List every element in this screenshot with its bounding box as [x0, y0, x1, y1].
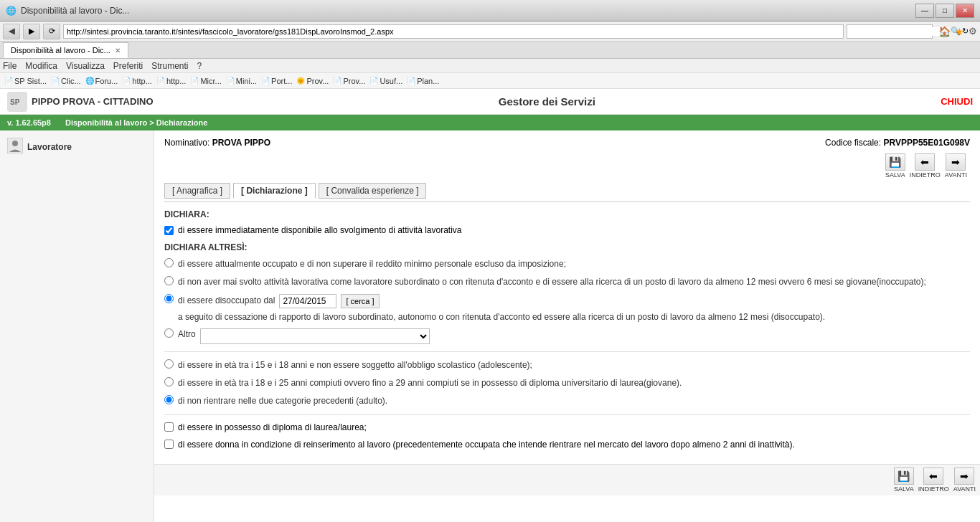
action-buttons-top: 💾 SALVA ⬅ INDIETRO ➡ AVANTI — [164, 153, 970, 179]
settings-icon[interactable]: ⚙ — [969, 26, 977, 37]
fav-sp-icon: 📄 — [4, 77, 13, 85]
fav-usuf-icon: 📄 — [369, 77, 378, 85]
fav-prov1[interactable]: 🌞 Prov... — [296, 77, 329, 85]
fav-forum[interactable]: 🌐 Foru... — [85, 77, 118, 85]
worker-svg-icon — [7, 138, 23, 153]
cf-label: Codice fiscale: — [825, 138, 881, 148]
laurea-checkbox[interactable] — [164, 422, 174, 432]
radio3-inline: di essere disoccupato dal [ cerca ] — [178, 294, 825, 308]
fav-port-icon: 📄 — [261, 77, 270, 85]
fav-plan[interactable]: 📄 Plan... — [407, 77, 439, 85]
fav-http2[interactable]: 📄 http... — [156, 77, 187, 85]
fav-http1[interactable]: 📄 http... — [122, 77, 152, 85]
forward-button-group[interactable]: ➡ AVANTI — [945, 153, 967, 179]
radio-altro[interactable] — [164, 328, 174, 338]
radio-adulto[interactable] — [164, 395, 174, 404]
checkbox-donna-row: di essere donna in condizione di reinser… — [164, 440, 970, 450]
menu-preferiti[interactable]: Preferiti — [113, 61, 143, 71]
radio4-label: Altro — [178, 328, 196, 341]
nominativo-value: PROVA PIPPO — [212, 138, 270, 148]
fav-http2-icon: 📄 — [156, 77, 165, 85]
main-content: Nominativo: PROVA PIPPO Codice fiscale: … — [154, 130, 980, 464]
save-button-group[interactable]: 💾 SALVA — [885, 153, 905, 179]
fav-usuf[interactable]: 📄 Usuf... — [369, 77, 402, 85]
nominativo-label: Nominativo: — [164, 138, 209, 148]
radio-adolescente[interactable] — [164, 359, 174, 369]
person-info: Nominativo: PROVA PIPPO Codice fiscale: … — [164, 138, 970, 148]
tab-dichiarazione[interactable]: [ Dichiarazione ] — [233, 183, 316, 199]
disponibile-checkbox[interactable] — [164, 226, 174, 235]
menu-visualizza[interactable]: Visualizza — [66, 61, 105, 71]
menu-help[interactable]: ? — [197, 61, 202, 71]
chiudi-button[interactable]: CHIUDI — [941, 96, 973, 107]
back-button-bottom[interactable]: ⬅ INDIETRO — [918, 468, 949, 493]
fav-port[interactable]: 📄 Port... — [261, 77, 292, 85]
cerca-button[interactable]: [ cerca ] — [341, 294, 379, 308]
radio3-detail-label: a seguito di cessazione di rapporto di l… — [178, 311, 825, 323]
radio-row-5: di essere in età tra i 15 e i 18 anni e … — [164, 359, 970, 371]
save-label: SALVA — [885, 171, 905, 179]
minimize-button[interactable]: — — [915, 4, 934, 18]
divider-1 — [164, 351, 970, 352]
save-icon: 💾 — [885, 153, 905, 171]
fav-sp[interactable]: 📄 SP Sist... — [4, 77, 47, 85]
maximize-button[interactable]: □ — [936, 4, 954, 18]
refresh-button[interactable]: ⟳ — [43, 24, 60, 39]
back-button[interactable]: ◀ — [3, 24, 20, 39]
app-logo: SP PIPPO PROVA - CITTADINO — [7, 92, 154, 112]
radio-giovane[interactable] — [164, 377, 174, 386]
dichiara-checkbox-row: di essere immediatamente disponibile all… — [164, 225, 970, 235]
browser-icon: 🌐 — [6, 6, 17, 16]
radio3-content: di essere disoccupato dal [ cerca ] a se… — [178, 294, 825, 323]
divider-2 — [164, 414, 970, 415]
radio-row-6: di essere in età tra i 18 e i 25 anni co… — [164, 377, 970, 389]
radio-occupato[interactable] — [164, 258, 174, 267]
sidebar-worker-item[interactable]: Lavoratore — [7, 138, 146, 156]
title-bar-controls[interactable]: — □ ✕ — [915, 4, 974, 18]
fav-plan-icon: 📄 — [407, 77, 415, 85]
back-icon-bottom: ⬅ — [923, 468, 943, 485]
back-icon: ⬅ — [915, 153, 935, 171]
close-button[interactable]: ✕ — [956, 4, 974, 18]
tab-bar: Disponibilità al lavoro - Dic... ✕ — [0, 42, 980, 59]
search-input[interactable] — [850, 27, 949, 36]
radio3-prefix-label: di essere disoccupato dal — [178, 295, 275, 307]
fav-forum-icon: 🌐 — [85, 77, 94, 85]
menu-strumenti[interactable]: Strumenti — [151, 61, 188, 71]
forward-button[interactable]: ▶ — [23, 24, 40, 39]
home-icon[interactable]: 🏠 — [938, 26, 951, 37]
date-disoccupato-input[interactable] — [279, 294, 336, 308]
save-label-bottom: SALVA — [894, 485, 914, 493]
forward-label: AVANTI — [945, 171, 967, 179]
laurea-label: di essere in possesso di diploma di laur… — [178, 422, 367, 432]
green-header: v. 1.62.65p8 Disponibilità al lavoro > D… — [0, 115, 980, 130]
back-button-group[interactable]: ⬅ INDIETRO — [910, 153, 941, 179]
radio-inoccupato-label: di non aver mai svolto attività lavorati… — [178, 276, 926, 288]
nav-tabs: [ Anagrafica ] [ Dichiarazione ] [ Conva… — [164, 183, 970, 202]
app-logo-text: PIPPO PROVA - CITTADINO — [32, 96, 154, 107]
dichiara-title: DICHIARA: — [164, 209, 970, 219]
fav-clic[interactable]: 📄 Clic... — [51, 77, 81, 85]
tab-convalida[interactable]: [ Convalida esperienze ] — [319, 183, 427, 199]
menu-file[interactable]: File — [3, 61, 17, 71]
title-bar: 🌐 Disponibilità al lavoro - Dic... — □ ✕ — [0, 0, 980, 22]
tab-close-icon[interactable]: ✕ — [115, 47, 121, 54]
fav-micr[interactable]: 📄 Micr... — [190, 77, 221, 85]
fav-prov2[interactable]: 📄 Prov... — [333, 77, 365, 85]
menu-modifica[interactable]: Modifica — [25, 61, 57, 71]
toolbar-icons: 🏠 ★ ⚙ — [938, 26, 977, 37]
address-input[interactable] — [63, 24, 844, 39]
favorites-icon[interactable]: ★ — [955, 26, 964, 37]
fav-clic-icon: 📄 — [51, 77, 60, 85]
radio-inoccupato[interactable] — [164, 276, 174, 285]
altro-select[interactable] — [200, 328, 430, 344]
tab-anagrafica[interactable]: [ Anagrafica ] — [164, 183, 230, 199]
save-button-bottom[interactable]: 💾 SALVA — [894, 468, 914, 493]
donna-checkbox[interactable] — [164, 440, 174, 449]
fav-mini[interactable]: 📄 Mini... — [226, 77, 257, 85]
breadcrumb: Disponibilità al lavoro > Dichiarazione — [65, 118, 207, 127]
forward-button-bottom[interactable]: ➡ AVANTI — [953, 468, 976, 493]
tab-disponibilita[interactable]: Disponibilità al lavoro - Dic... ✕ — [3, 42, 128, 58]
dichiara-altresi-title: DICHIARA ALTRESÌ: — [164, 242, 970, 252]
radio-disoccupato[interactable] — [164, 294, 174, 303]
